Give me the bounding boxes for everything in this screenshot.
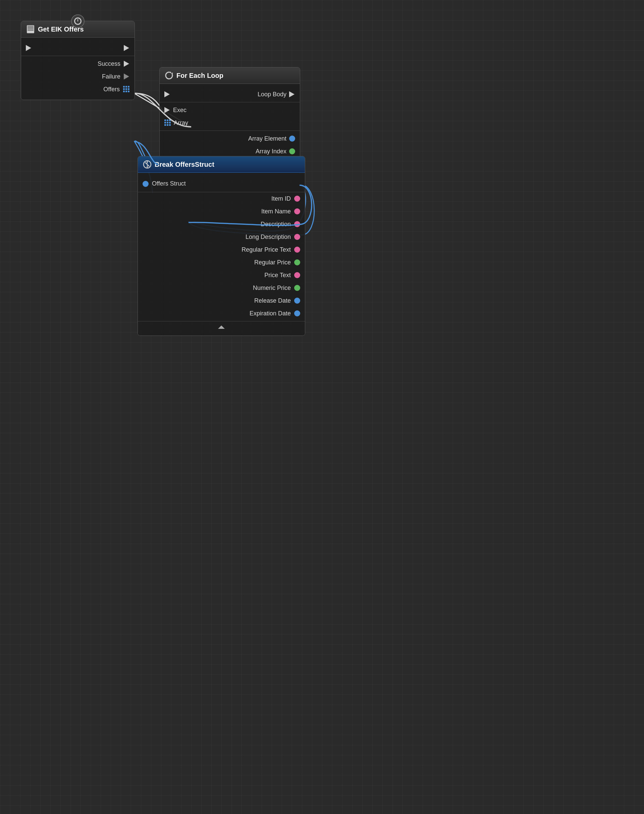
long-description-row: Long Description xyxy=(138,230,305,243)
regular-price-label: Regular Price xyxy=(254,259,291,266)
break-offers-body: Offers Struct Item ID Item Name Descript… xyxy=(138,173,305,336)
array-row: Array xyxy=(159,117,300,129)
offers-label: Offers xyxy=(103,86,120,93)
release-date-pin[interactable] xyxy=(294,298,300,304)
chevron-up-icon xyxy=(218,326,225,329)
release-date-label: Release Date xyxy=(254,297,291,304)
get-eik-offers-node[interactable]: Get EIK Offers Success Failure Offers xyxy=(21,21,135,100)
array-index-pin[interactable] xyxy=(289,148,295,154)
success-row: Success xyxy=(21,57,135,70)
for-each-exec-in-pin[interactable] xyxy=(164,91,170,97)
get-eik-exec-row xyxy=(21,41,135,54)
description-label: Description xyxy=(261,221,291,228)
success-pin[interactable] xyxy=(124,61,130,67)
timer-badge xyxy=(71,14,84,28)
numeric-price-pin[interactable] xyxy=(294,285,300,291)
regular-price-text-pin[interactable] xyxy=(294,247,300,253)
exec-output-pin[interactable] xyxy=(124,45,130,51)
array-element-row: Array Element xyxy=(159,132,300,145)
expiration-date-pin[interactable] xyxy=(294,310,300,316)
break-icon xyxy=(143,160,152,169)
exec-label: Exec xyxy=(173,107,187,114)
document-icon xyxy=(26,25,35,34)
break-offers-title: Break OffersStruct xyxy=(155,161,214,169)
loop-icon xyxy=(164,71,174,80)
for-each-header: For Each Loop xyxy=(159,68,300,84)
price-text-row: Price Text xyxy=(138,269,305,281)
long-description-label: Long Description xyxy=(245,233,291,241)
failure-row: Failure xyxy=(21,70,135,83)
array-in-pin[interactable] xyxy=(164,120,171,126)
long-description-pin[interactable] xyxy=(294,234,300,240)
array-element-pin[interactable] xyxy=(289,135,295,141)
collapse-button[interactable] xyxy=(138,323,305,332)
offers-struct-pin[interactable] xyxy=(143,181,149,187)
description-pin[interactable] xyxy=(294,221,300,227)
failure-label: Failure xyxy=(102,73,120,80)
regular-price-text-label: Regular Price Text xyxy=(241,246,291,253)
array-label: Array xyxy=(174,120,188,126)
release-date-row: Release Date xyxy=(138,294,305,307)
item-name-row: Item Name xyxy=(138,205,305,218)
item-name-pin[interactable] xyxy=(294,208,300,214)
item-id-label: Item ID xyxy=(271,195,291,202)
timer-icon xyxy=(74,17,81,25)
regular-price-text-row: Regular Price Text xyxy=(138,243,305,256)
expiration-date-row: Expiration Date xyxy=(138,307,305,320)
regular-price-row: Regular Price xyxy=(138,256,305,269)
regular-price-pin[interactable] xyxy=(294,260,300,266)
exec-label-row: Exec xyxy=(159,104,300,117)
exec-input-pin[interactable] xyxy=(26,45,32,51)
numeric-price-row: Numeric Price xyxy=(138,281,305,294)
loop-body-label: Loop Body xyxy=(258,91,287,98)
expiration-date-label: Expiration Date xyxy=(250,310,291,317)
description-row: Description xyxy=(138,218,305,230)
offers-struct-row: Offers Struct xyxy=(138,177,305,192)
item-name-label: Item Name xyxy=(261,208,291,215)
break-offers-struct-node[interactable]: Break OffersStruct Offers Struct Item ID… xyxy=(138,156,305,336)
offers-struct-label: Offers Struct xyxy=(152,180,186,187)
array-index-label: Array Index xyxy=(256,148,287,155)
loop-body-pin[interactable] xyxy=(289,91,295,97)
array-element-label: Array Element xyxy=(248,135,287,142)
failure-pin[interactable] xyxy=(124,74,130,80)
offers-pin[interactable] xyxy=(123,86,130,93)
get-eik-body: Success Failure Offers xyxy=(21,38,135,100)
for-each-exec-row: Loop Body xyxy=(159,88,300,101)
exec-in-visible-pin[interactable] xyxy=(164,107,170,113)
offers-row: Offers xyxy=(21,83,135,96)
numeric-price-label: Numeric Price xyxy=(253,284,291,292)
for-each-title: For Each Loop xyxy=(176,72,223,80)
item-id-row: Item ID xyxy=(138,192,305,205)
price-text-pin[interactable] xyxy=(294,272,300,278)
item-id-pin[interactable] xyxy=(294,196,300,202)
break-offers-header: Break OffersStruct xyxy=(138,157,305,173)
success-label: Success xyxy=(98,60,120,68)
price-text-label: Price Text xyxy=(264,272,291,279)
